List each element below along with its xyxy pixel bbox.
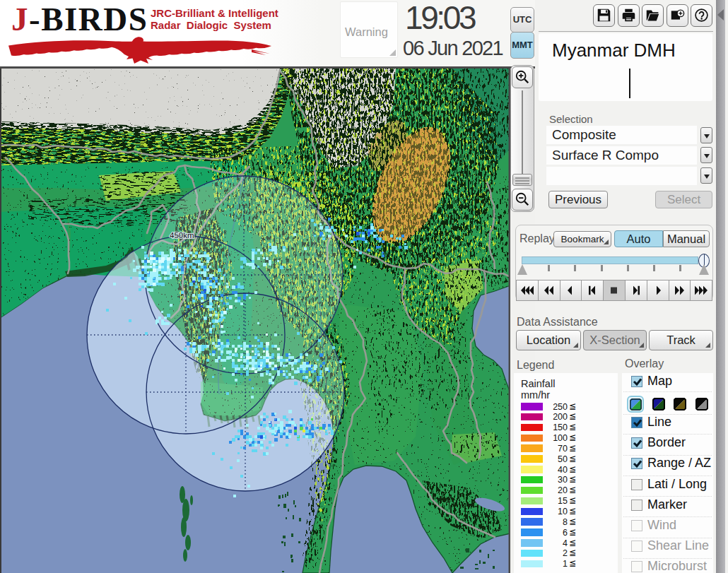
svg-text:450km: 450km (170, 231, 194, 240)
